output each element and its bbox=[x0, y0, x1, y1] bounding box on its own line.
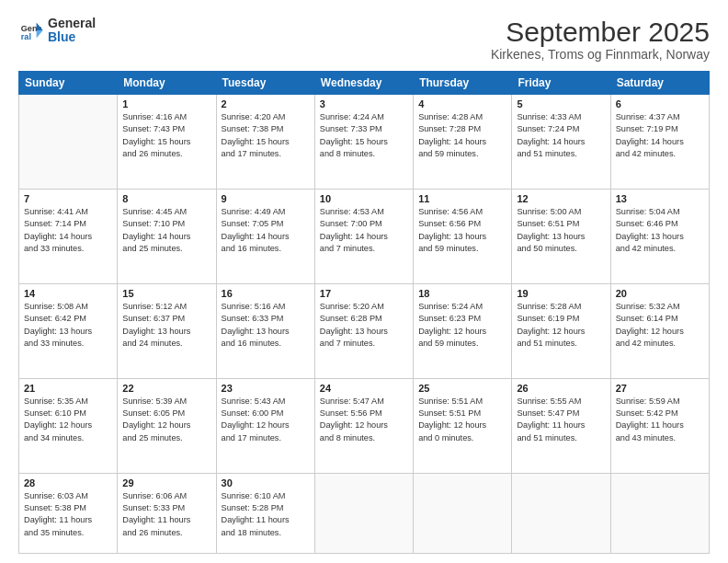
calendar-week-row: 28Sunrise: 6:03 AMSunset: 5:38 PMDayligh… bbox=[19, 473, 710, 553]
calendar-header-row: Sunday Monday Tuesday Wednesday Thursday… bbox=[19, 72, 710, 95]
day-info: Sunrise: 5:04 AMSunset: 6:46 PMDaylight:… bbox=[616, 206, 704, 255]
table-row: 27Sunrise: 5:59 AMSunset: 5:42 PMDayligh… bbox=[610, 378, 709, 473]
day-info: Sunrise: 5:35 AMSunset: 6:10 PMDaylight:… bbox=[24, 396, 112, 444]
day-info: Sunrise: 5:16 AMSunset: 6:33 PMDaylight:… bbox=[222, 301, 310, 350]
day-info: Sunrise: 4:16 AMSunset: 7:43 PMDaylight:… bbox=[122, 111, 210, 160]
day-info: Sunrise: 5:12 AMSunset: 6:37 PMDaylight:… bbox=[122, 301, 210, 350]
table-row: 25Sunrise: 5:51 AMSunset: 5:51 PMDayligh… bbox=[414, 378, 512, 473]
day-info: Sunrise: 6:10 AMSunset: 5:28 PMDaylight:… bbox=[222, 490, 310, 539]
day-info: Sunrise: 4:41 AMSunset: 7:14 PMDaylight:… bbox=[24, 206, 112, 255]
day-number: 9 bbox=[222, 193, 310, 204]
table-row: 15Sunrise: 5:12 AMSunset: 6:37 PMDayligh… bbox=[118, 283, 216, 378]
day-info: Sunrise: 5:24 AMSunset: 6:23 PMDaylight:… bbox=[418, 301, 506, 350]
logo-blue: Blue bbox=[48, 30, 96, 44]
table-row: 10Sunrise: 4:53 AMSunset: 7:00 PMDayligh… bbox=[314, 189, 413, 283]
day-info: Sunrise: 4:56 AMSunset: 6:56 PMDaylight:… bbox=[418, 206, 506, 255]
day-info: Sunrise: 4:24 AMSunset: 7:33 PMDaylight:… bbox=[320, 111, 408, 160]
table-row: 26Sunrise: 5:55 AMSunset: 5:47 PMDayligh… bbox=[512, 378, 610, 473]
day-number: 23 bbox=[222, 383, 310, 394]
calendar-week-row: 7Sunrise: 4:41 AMSunset: 7:14 PMDaylight… bbox=[19, 189, 710, 283]
day-info: Sunrise: 5:51 AMSunset: 5:51 PMDaylight:… bbox=[418, 396, 506, 444]
col-friday: Friday bbox=[512, 72, 610, 95]
day-number: 14 bbox=[24, 288, 112, 299]
table-row: 28Sunrise: 6:03 AMSunset: 5:38 PMDayligh… bbox=[19, 473, 118, 553]
day-info: Sunrise: 4:28 AMSunset: 7:28 PMDaylight:… bbox=[418, 111, 506, 160]
table-row bbox=[414, 473, 512, 553]
day-info: Sunrise: 5:43 AMSunset: 6:00 PMDaylight:… bbox=[222, 396, 310, 444]
day-info: Sunrise: 4:33 AMSunset: 7:24 PMDaylight:… bbox=[517, 111, 605, 160]
col-wednesday: Wednesday bbox=[314, 72, 413, 95]
day-number: 24 bbox=[320, 383, 408, 394]
logo-text: General Blue bbox=[48, 17, 96, 45]
calendar-table: Sunday Monday Tuesday Wednesday Thursday… bbox=[18, 71, 710, 554]
day-info: Sunrise: 5:47 AMSunset: 5:56 PMDaylight:… bbox=[320, 396, 408, 444]
table-row: 7Sunrise: 4:41 AMSunset: 7:14 PMDaylight… bbox=[19, 189, 118, 283]
table-row: 14Sunrise: 5:08 AMSunset: 6:42 PMDayligh… bbox=[19, 283, 118, 378]
day-number: 25 bbox=[418, 383, 506, 394]
table-row: 24Sunrise: 5:47 AMSunset: 5:56 PMDayligh… bbox=[314, 378, 413, 473]
logo: Gene ral General Blue bbox=[18, 17, 96, 45]
day-number: 8 bbox=[122, 193, 210, 204]
day-number: 7 bbox=[24, 193, 112, 204]
day-info: Sunrise: 5:20 AMSunset: 6:28 PMDaylight:… bbox=[320, 301, 408, 350]
logo-general: General bbox=[48, 17, 96, 30]
table-row bbox=[314, 473, 413, 553]
table-row: 29Sunrise: 6:06 AMSunset: 5:33 PMDayligh… bbox=[118, 473, 216, 553]
logo-icon: Gene ral bbox=[18, 17, 44, 43]
table-row: 2Sunrise: 4:20 AMSunset: 7:38 PMDaylight… bbox=[216, 95, 314, 190]
table-row: 6Sunrise: 4:37 AMSunset: 7:19 PMDaylight… bbox=[610, 95, 709, 190]
day-number: 29 bbox=[122, 477, 210, 488]
day-number: 27 bbox=[616, 383, 704, 394]
calendar-week-row: 1Sunrise: 4:16 AMSunset: 7:43 PMDaylight… bbox=[19, 95, 710, 190]
day-number: 13 bbox=[616, 193, 704, 204]
col-thursday: Thursday bbox=[414, 72, 512, 95]
table-row: 11Sunrise: 4:56 AMSunset: 6:56 PMDayligh… bbox=[414, 189, 512, 283]
day-number: 10 bbox=[320, 193, 408, 204]
day-info: Sunrise: 6:03 AMSunset: 5:38 PMDaylight:… bbox=[24, 490, 112, 539]
table-row: 3Sunrise: 4:24 AMSunset: 7:33 PMDaylight… bbox=[314, 95, 413, 190]
page-title: September 2025 bbox=[491, 17, 710, 47]
day-number: 30 bbox=[222, 477, 310, 488]
calendar-week-row: 14Sunrise: 5:08 AMSunset: 6:42 PMDayligh… bbox=[19, 283, 710, 378]
page-header: Gene ral General Blue September 2025 Kir… bbox=[18, 17, 710, 62]
table-row: 13Sunrise: 5:04 AMSunset: 6:46 PMDayligh… bbox=[610, 189, 709, 283]
day-number: 17 bbox=[320, 288, 408, 299]
day-number: 22 bbox=[122, 383, 210, 394]
table-row: 4Sunrise: 4:28 AMSunset: 7:28 PMDaylight… bbox=[414, 95, 512, 190]
col-sunday: Sunday bbox=[19, 72, 118, 95]
col-tuesday: Tuesday bbox=[216, 72, 314, 95]
day-number: 19 bbox=[517, 288, 605, 299]
day-number: 18 bbox=[418, 288, 506, 299]
table-row bbox=[610, 473, 709, 553]
table-row: 22Sunrise: 5:39 AMSunset: 6:05 PMDayligh… bbox=[118, 378, 216, 473]
table-row: 9Sunrise: 4:49 AMSunset: 7:05 PMDaylight… bbox=[216, 189, 314, 283]
table-row bbox=[512, 473, 610, 553]
table-row: 1Sunrise: 4:16 AMSunset: 7:43 PMDaylight… bbox=[118, 95, 216, 190]
table-row: 17Sunrise: 5:20 AMSunset: 6:28 PMDayligh… bbox=[314, 283, 413, 378]
day-info: Sunrise: 5:28 AMSunset: 6:19 PMDaylight:… bbox=[517, 301, 605, 350]
day-number: 5 bbox=[517, 98, 605, 109]
day-info: Sunrise: 4:37 AMSunset: 7:19 PMDaylight:… bbox=[616, 111, 704, 160]
day-info: Sunrise: 6:06 AMSunset: 5:33 PMDaylight:… bbox=[122, 490, 210, 539]
day-info: Sunrise: 5:39 AMSunset: 6:05 PMDaylight:… bbox=[122, 396, 210, 444]
day-number: 6 bbox=[616, 98, 704, 109]
table-row: 8Sunrise: 4:45 AMSunset: 7:10 PMDaylight… bbox=[118, 189, 216, 283]
day-info: Sunrise: 5:59 AMSunset: 5:42 PMDaylight:… bbox=[616, 396, 704, 444]
table-row bbox=[19, 95, 118, 190]
table-row: 21Sunrise: 5:35 AMSunset: 6:10 PMDayligh… bbox=[19, 378, 118, 473]
day-info: Sunrise: 4:53 AMSunset: 7:00 PMDaylight:… bbox=[320, 206, 408, 255]
day-info: Sunrise: 5:08 AMSunset: 6:42 PMDaylight:… bbox=[24, 301, 112, 350]
day-number: 4 bbox=[418, 98, 506, 109]
calendar-week-row: 21Sunrise: 5:35 AMSunset: 6:10 PMDayligh… bbox=[19, 378, 710, 473]
day-number: 26 bbox=[517, 383, 605, 394]
col-monday: Monday bbox=[118, 72, 216, 95]
table-row: 5Sunrise: 4:33 AMSunset: 7:24 PMDaylight… bbox=[512, 95, 610, 190]
table-row: 16Sunrise: 5:16 AMSunset: 6:33 PMDayligh… bbox=[216, 283, 314, 378]
day-info: Sunrise: 4:49 AMSunset: 7:05 PMDaylight:… bbox=[222, 206, 310, 255]
svg-text:ral: ral bbox=[21, 32, 31, 41]
day-number: 12 bbox=[517, 193, 605, 204]
day-number: 1 bbox=[122, 98, 210, 109]
table-row: 19Sunrise: 5:28 AMSunset: 6:19 PMDayligh… bbox=[512, 283, 610, 378]
day-number: 2 bbox=[222, 98, 310, 109]
day-info: Sunrise: 5:32 AMSunset: 6:14 PMDaylight:… bbox=[616, 301, 704, 350]
